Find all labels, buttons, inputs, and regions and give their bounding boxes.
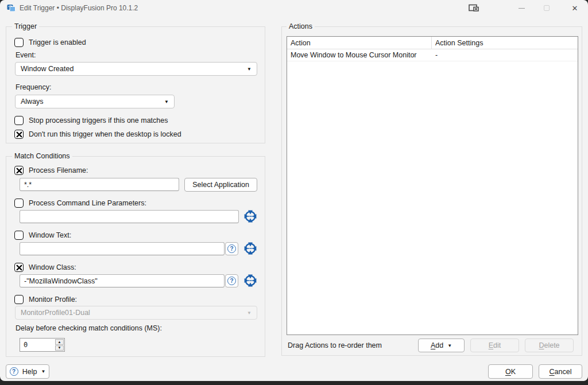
actions-table-header: Action Action Settings [287, 37, 578, 49]
help-button[interactable]: ? Help ▼ [6, 364, 49, 379]
window-class-input[interactable] [20, 274, 225, 287]
checkbox-box[interactable] [14, 231, 24, 240]
delay-label: Delay before checking match conditions (… [16, 324, 162, 332]
action-settings-cell: - [432, 49, 578, 61]
title-bar[interactable]: Edit Trigger • DisplayFusion Pro 10.1.2 … [0, 0, 588, 16]
stop-processing-checkbox[interactable]: Stop processing triggers if this one mat… [14, 116, 168, 125]
frequency-label: Frequency: [16, 83, 52, 91]
help-icon: ? [227, 277, 236, 285]
chevron-down-icon: ▼ [247, 67, 252, 72]
minimize-button[interactable] [512, 0, 531, 16]
edit-trigger-dialog: Edit Trigger • DisplayFusion Pro 10.1.2 … [0, 0, 588, 381]
monitor-profile-checkbox[interactable]: Monitor Profile: [14, 295, 77, 304]
chevron-down-icon: ▼ [41, 369, 45, 374]
window-text-input[interactable] [20, 242, 225, 255]
event-dropdown[interactable]: Window Created ▼ [15, 62, 257, 76]
monitor-profile-dropdown: MonitorProfile01-Dual ▼ [15, 306, 257, 320]
add-button[interactable]: Add ▼ [418, 339, 465, 352]
process-filename-checkbox[interactable]: Process Filename: [14, 166, 88, 175]
drag-hint-text: Drag Actions to re-order them [288, 339, 382, 352]
column-header-action[interactable]: Action [287, 37, 432, 49]
checkbox-box[interactable] [14, 116, 24, 125]
trigger-enabled-checkbox[interactable]: Trigger is enabled [14, 38, 86, 47]
actions-groupbox: Actions Action Action Settings Move Wind… [281, 26, 582, 356]
chevron-down-icon: ▼ [247, 310, 252, 316]
delete-button[interactable]: Delete [525, 339, 574, 352]
match-conditions-title: Match Conditions [12, 152, 72, 160]
maximize-button[interactable] [537, 0, 556, 16]
app-icon [7, 4, 16, 12]
checkbox-box[interactable] [14, 38, 24, 47]
close-button[interactable]: ✕ [565, 0, 585, 16]
column-header-action-settings[interactable]: Action Settings [432, 37, 578, 49]
checkbox-box[interactable] [14, 166, 24, 175]
actions-table[interactable]: Action Action Settings Move Window to Mo… [287, 36, 578, 335]
spin-up-button[interactable]: ▲ [55, 339, 64, 345]
dont-run-locked-checkbox[interactable]: Don't run this trigger when the desktop … [14, 130, 181, 139]
trigger-groupbox: Trigger Trigger is enabled Event: Window… [6, 26, 265, 143]
window-title: Edit Trigger • DisplayFusion Pro 10.1.2 [20, 0, 138, 16]
target-picker-icon[interactable] [243, 241, 258, 256]
monitor-icon [469, 4, 479, 12]
window-class-help-button[interactable]: ? [225, 274, 238, 287]
move-to-monitor-button[interactable] [464, 0, 483, 16]
maximize-icon [544, 5, 550, 11]
checkbox-box[interactable] [14, 295, 24, 304]
checkbox-box[interactable] [14, 263, 24, 272]
delay-value[interactable]: 0 [20, 339, 55, 351]
checkbox-box[interactable] [14, 199, 24, 208]
frequency-dropdown[interactable]: Always ▼ [15, 95, 175, 108]
table-row[interactable]: Move Window to Mouse Cursor Monitor - [287, 49, 578, 61]
window-text-help-button[interactable]: ? [225, 242, 238, 255]
match-conditions-groupbox: Match Conditions Process Filename: Selec… [6, 156, 265, 357]
process-filename-input[interactable] [20, 178, 179, 191]
minimize-icon [519, 8, 525, 9]
event-label: Event: [16, 51, 36, 59]
trigger-group-title: Trigger [12, 22, 39, 30]
edit-button[interactable]: Edit [470, 339, 519, 352]
target-picker-icon[interactable] [243, 273, 258, 288]
window-text-checkbox[interactable]: Window Text: [14, 231, 71, 240]
chevron-down-icon: ▼ [164, 99, 169, 104]
process-cmdline-input[interactable] [20, 210, 239, 223]
cancel-button[interactable]: Cancel [539, 364, 582, 379]
help-icon: ? [10, 367, 18, 376]
ok-button[interactable]: OK [488, 364, 533, 379]
spin-down-button[interactable]: ▼ [55, 345, 64, 351]
action-cell: Move Window to Mouse Cursor Monitor [287, 49, 432, 61]
chevron-down-icon: ▼ [447, 343, 452, 348]
window-class-checkbox[interactable]: Window Class: [14, 263, 76, 272]
close-icon: ✕ [572, 5, 578, 12]
target-picker-icon[interactable] [243, 209, 258, 224]
delay-spinner[interactable]: 0 ▲ ▼ [20, 338, 65, 352]
process-cmdline-checkbox[interactable]: Process Command Line Parameters: [14, 199, 146, 208]
actions-group-title: Actions [287, 22, 315, 30]
select-application-button[interactable]: Select Application [184, 178, 257, 192]
checkbox-box[interactable] [14, 130, 24, 139]
help-icon: ? [227, 244, 236, 253]
